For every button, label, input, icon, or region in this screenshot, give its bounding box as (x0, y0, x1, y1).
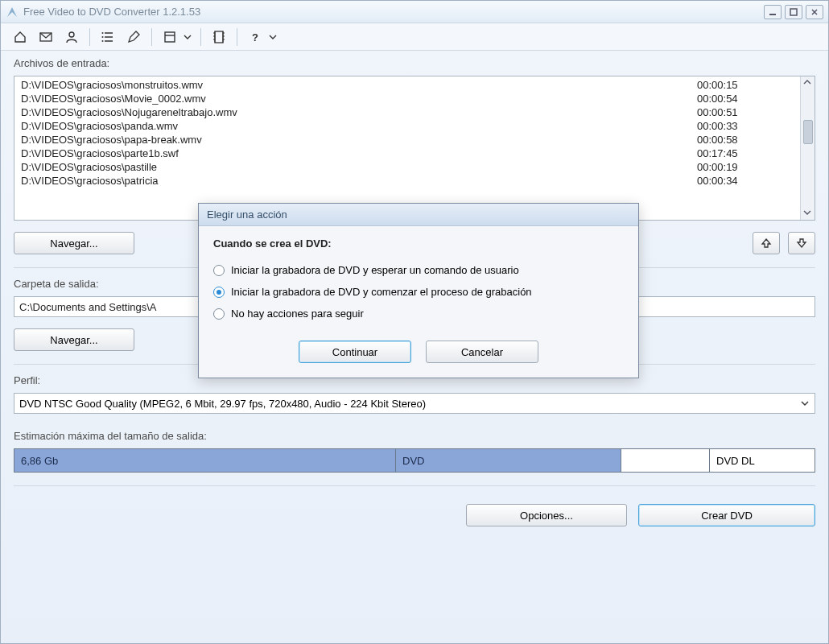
file-list-row[interactable]: D:\VIDEOS\graciosos\patricia00:00:34 (14, 174, 800, 188)
chevron-down-icon[interactable] (181, 27, 194, 47)
file-duration: 00:00:54 (697, 93, 794, 105)
file-duration: 00:00:15 (697, 79, 794, 91)
file-path: D:\VIDEOS\graciosos\parte1b.swf (21, 147, 697, 159)
input-files-label: Archivos de entrada: (14, 57, 815, 69)
svg-text:?: ? (252, 31, 258, 43)
main-window: Free Video to DVD Converter 1.2.1.53 ? A… (0, 0, 829, 644)
svg-rect-8 (165, 32, 175, 42)
svg-marker-0 (7, 7, 17, 17)
size-used-segment: 6,86 Gb (14, 449, 396, 472)
user-icon[interactable] (60, 27, 83, 47)
radio-button[interactable] (213, 265, 225, 276)
size-estimate-label: Estimación máxima del tamaño de salida: (14, 430, 815, 442)
svg-point-5 (102, 32, 104, 34)
scrollbar-thumb[interactable] (803, 120, 813, 144)
file-path: D:\VIDEOS\graciosos\patricia (21, 175, 697, 187)
svg-rect-2 (790, 9, 797, 15)
file-path: D:\VIDEOS\graciosos\panda.wmv (21, 120, 697, 132)
edit-icon[interactable] (122, 27, 145, 47)
create-dvd-button[interactable]: Crear DVD (638, 504, 815, 526)
mail-icon[interactable] (35, 27, 57, 47)
scroll-down-icon[interactable] (803, 208, 813, 218)
cancel-button[interactable]: Cancelar (426, 341, 538, 363)
file-list-row[interactable]: D:\VIDEOS\graciosos\pastille00:00:19 (14, 160, 800, 174)
view-icon[interactable] (159, 27, 181, 47)
help-icon[interactable]: ? (244, 27, 266, 47)
file-duration: 00:00:19 (697, 161, 794, 173)
file-path: D:\VIDEOS\graciosos\monstruitos.wmv (21, 79, 697, 91)
browse-input-button[interactable]: Navegar... (14, 232, 134, 254)
input-file-list[interactable]: D:\VIDEOS\graciosos\monstruitos.wmv00:00… (14, 76, 815, 221)
separator (237, 28, 237, 46)
size-blank-segment (621, 449, 710, 472)
home-icon[interactable] (9, 27, 31, 47)
radio-label: No hay acciones para seguir (231, 308, 364, 320)
list-icon[interactable] (97, 27, 119, 47)
separator (89, 28, 90, 46)
file-list-row[interactable]: D:\VIDEOS\graciosos\Movie_0002.wmv00:00:… (14, 92, 800, 105)
divider (14, 485, 815, 486)
file-duration: 00:17:45 (697, 147, 794, 159)
size-dvd-segment: DVD (396, 449, 621, 472)
svg-point-4 (69, 32, 74, 37)
size-dvddl-label: DVD DL (716, 455, 755, 467)
file-duration: 00:00:51 (697, 106, 794, 118)
chevron-down-icon[interactable] (797, 395, 813, 411)
chevron-down-icon[interactable] (266, 27, 279, 47)
file-path: D:\VIDEOS\graciosos\pastille (21, 161, 697, 173)
radio-button[interactable] (213, 287, 225, 298)
window-title: Free Video to DVD Converter 1.2.1.53 (23, 6, 764, 18)
file-duration: 00:00:33 (697, 120, 794, 132)
file-list-row[interactable]: D:\VIDEOS\graciosos\Nojugareneltrabajo.w… (14, 105, 800, 119)
radio-label: Iniciar la grabadora de DVD y esperar un… (231, 264, 519, 276)
file-path: D:\VIDEOS\graciosos\Movie_0002.wmv (21, 93, 697, 105)
file-list-row[interactable]: D:\VIDEOS\graciosos\parte1b.swf00:17:45 (14, 147, 800, 160)
maximize-button[interactable] (785, 5, 802, 19)
radio-button[interactable] (213, 308, 225, 320)
browse-output-button[interactable]: Navegar... (14, 328, 134, 351)
file-duration: 00:00:58 (697, 134, 794, 146)
options-button[interactable]: Opciones... (466, 504, 627, 526)
size-dvddl-segment: DVD DL (710, 449, 815, 472)
dialog-title: Elegir una acción (199, 204, 638, 226)
size-used-label: 6,86 Gb (21, 455, 58, 467)
radio-option[interactable]: Iniciar la grabadora de DVD y esperar un… (213, 259, 624, 281)
separator (151, 28, 152, 46)
separator (200, 28, 201, 46)
film-icon[interactable] (208, 27, 230, 47)
file-list-row[interactable]: D:\VIDEOS\graciosos\papa-break.wmv00:00:… (14, 133, 800, 147)
radio-option[interactable]: Iniciar la grabadora de DVD y comenzar e… (213, 281, 624, 303)
svg-rect-10 (215, 31, 223, 43)
action-dialog: Elegir una acción Cuando se crea el DVD:… (198, 203, 639, 378)
radio-option[interactable]: No hay acciones para seguir (213, 303, 624, 324)
svg-point-6 (102, 36, 104, 38)
svg-point-7 (102, 40, 104, 42)
file-path: D:\VIDEOS\graciosos\papa-break.wmv (21, 134, 697, 146)
size-dvd-label: DVD (402, 455, 424, 467)
svg-rect-1 (769, 14, 776, 15)
radio-label: Iniciar la grabadora de DVD y comenzar e… (231, 286, 532, 298)
app-icon (6, 6, 19, 19)
file-duration: 00:00:34 (697, 175, 794, 187)
scrollbar[interactable] (800, 76, 815, 220)
toolbar: ? (1, 23, 828, 51)
profile-select[interactable]: DVD NTSC Good Quality (MPEG2, 6 Mbit, 29… (14, 393, 815, 414)
close-button[interactable] (806, 5, 823, 19)
continue-button[interactable]: Continuar (299, 341, 411, 363)
dialog-heading: Cuando se crea el DVD: (213, 237, 624, 250)
scroll-up-icon[interactable] (803, 78, 813, 88)
move-down-button[interactable] (788, 232, 815, 254)
file-list-row[interactable]: D:\VIDEOS\graciosos\monstruitos.wmv00:00… (14, 78, 800, 92)
size-bar: 6,86 Gb DVD DVD DL (14, 448, 815, 473)
titlebar: Free Video to DVD Converter 1.2.1.53 (1, 1, 828, 23)
file-path: D:\VIDEOS\graciosos\Nojugareneltrabajo.w… (21, 106, 697, 118)
minimize-button[interactable] (764, 5, 782, 19)
move-up-button[interactable] (753, 232, 780, 254)
file-list-row[interactable]: D:\VIDEOS\graciosos\panda.wmv00:00:33 (14, 119, 800, 133)
profile-value: DVD NTSC Good Quality (MPEG2, 6 Mbit, 29… (19, 398, 426, 410)
